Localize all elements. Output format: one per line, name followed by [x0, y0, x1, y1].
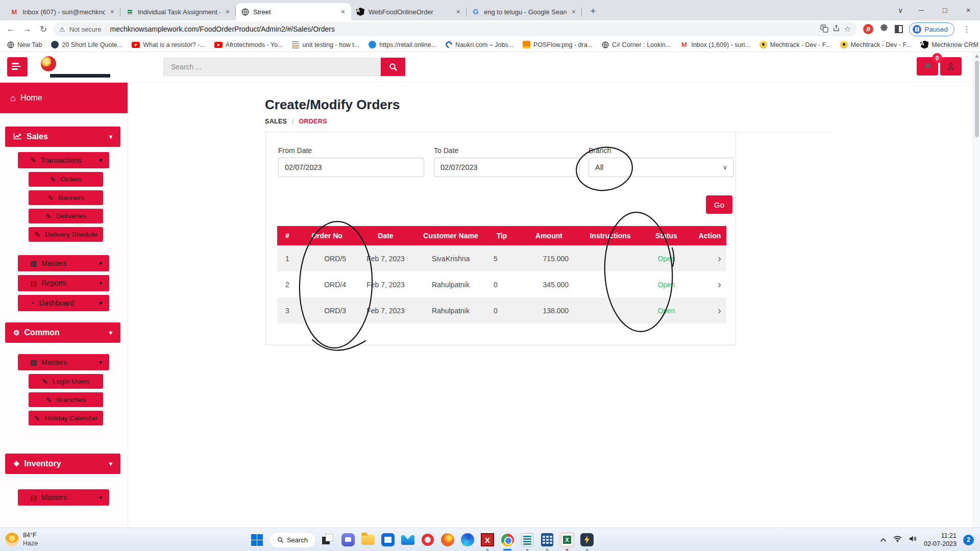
task-view-button[interactable] — [321, 532, 336, 547]
bookmark-inbox[interactable]: M Inbox (1,609) - suri... — [680, 41, 750, 49]
breadcrumb-sales[interactable]: SALES — [265, 118, 287, 125]
sidebar-item-branches[interactable]: ✎ Branches — [29, 392, 103, 407]
notification-center-badge[interactable]: 2 — [963, 535, 974, 545]
tab-search-icon[interactable]: ∨ — [891, 0, 910, 20]
microsoft-store-button[interactable] — [380, 532, 396, 547]
tray-chevron-up-icon[interactable] — [880, 535, 887, 544]
translate-icon[interactable] — [820, 24, 828, 34]
table-row[interactable]: 1 ORD/5 Feb 7, 2023 SivaKrishna 5 715.00… — [277, 245, 726, 271]
search-button[interactable] — [381, 58, 405, 76]
table-row[interactable]: 3 ORD/3 Feb 7, 2023 Rahulpatnik 0 138.00… — [277, 297, 726, 323]
sidebar-item-home[interactable]: ⌂ Home — [0, 83, 128, 113]
bookmark-naukri[interactable]: Naukri.com – Jobs... — [446, 41, 513, 48]
extensions-puzzle-icon[interactable] — [879, 23, 889, 35]
branch-select[interactable]: All ∨ — [589, 158, 734, 177]
row-expand-chevron-icon[interactable]: › — [693, 253, 726, 264]
address-bar[interactable]: ⚠ Not secure mechknowsamplework.com/Food… — [53, 22, 857, 36]
sidebar-item-orders[interactable]: ✎ Orders — [29, 172, 103, 187]
go-button[interactable]: Go — [706, 195, 732, 214]
sidebar-item-banners[interactable]: ✎ Banners — [29, 190, 103, 205]
opera-button[interactable] — [420, 532, 435, 547]
sidebar-item-masters-sales[interactable]: ▤ Masters ▾ — [18, 255, 109, 271]
new-tab-button[interactable]: + — [586, 4, 600, 18]
volume-icon[interactable] — [909, 535, 917, 544]
bookmark-unit-testing[interactable]: unit testing - how t... — [292, 41, 359, 48]
sidebar-item-holiday-calendar[interactable]: ✎ Holiday Calendar — [29, 411, 103, 425]
bookmark-resistor-video[interactable]: What is a resistor? -... — [132, 41, 205, 48]
not-secure-label[interactable]: Not secure — [69, 26, 102, 33]
tab-street-active[interactable]: Street × — [236, 3, 351, 20]
reload-button[interactable]: ↻ — [37, 22, 50, 36]
minimize-button[interactable]: ─ — [910, 0, 933, 20]
close-tab-icon[interactable]: × — [340, 8, 346, 16]
tab-sheets[interactable]: Individual Task Assignment - Goo × — [120, 3, 236, 20]
sidebar-item-masters-inventory[interactable]: ▤ Masters ▾ — [18, 489, 109, 506]
bookmark-mechtrack-1[interactable]: Mechtrack - Dev - F... — [760, 41, 831, 48]
sidebar-toggle-button[interactable] — [7, 57, 28, 77]
bookmark-retail-online[interactable]: https://retail.online... — [369, 41, 436, 48]
url-text[interactable]: mechknowsamplework.com/FoodOrderProduct/… — [110, 25, 816, 33]
bookmark-afrotechmods[interactable]: Afrotechmods - Yo... — [214, 41, 283, 48]
excel-button[interactable]: X — [559, 532, 575, 547]
close-button[interactable]: × — [957, 0, 980, 20]
taskbar-search[interactable]: Search — [269, 532, 316, 548]
sidebar-item-delivery-schedule[interactable]: ✎ Delivery Shedule — [29, 227, 103, 242]
forward-button[interactable]: → — [20, 22, 34, 36]
bookmark-new-tab[interactable]: New Tab — [7, 41, 42, 48]
reading-mode-icon[interactable] — [895, 25, 903, 33]
app-logo[interactable] — [41, 56, 56, 71]
row-expand-chevron-icon[interactable]: › — [693, 279, 726, 290]
scroll-up-arrow[interactable] — [975, 55, 979, 58]
bookmark-mechtrack-2[interactable]: Mechtrack - Dev - F... — [840, 41, 912, 48]
sync-paused-button[interactable]: Paused — [909, 22, 954, 36]
firefox-button[interactable] — [440, 532, 455, 547]
page-scrollbar[interactable] — [973, 52, 980, 528]
profile-button[interactable] — [940, 57, 962, 76]
notepad-button[interactable] — [520, 532, 535, 547]
sidebar-item-masters-common[interactable]: ▤ Masters ▾ — [18, 354, 109, 370]
bookmark-star-icon[interactable]: ☆ — [844, 24, 851, 34]
from-date-input[interactable] — [278, 158, 424, 177]
maximize-button[interactable]: □ — [933, 0, 957, 20]
tab-gmail[interactable]: M Inbox (607) - suri@mechknowso × — [5, 3, 120, 20]
sidebar-item-deliveries[interactable]: ✎ Deliveries — [29, 209, 103, 223]
file-explorer-button[interactable] — [360, 532, 376, 547]
sidebar-item-login-users[interactable]: ✎ Login Users — [29, 374, 103, 389]
close-tab-icon[interactable]: × — [225, 8, 231, 16]
database-tool-button[interactable] — [579, 532, 595, 547]
sidebar-item-transactions[interactable]: ✎ Transactions ▾ — [18, 152, 109, 168]
bookmark-quotes[interactable]: 20 Short Life Quote... — [51, 41, 122, 48]
sidebar-item-inventory[interactable]: ❖ Inventory ▾ — [5, 454, 120, 474]
row-expand-chevron-icon[interactable]: › — [693, 305, 726, 316]
chrome-button-active[interactable] — [500, 532, 515, 547]
teams-chat-button[interactable] — [340, 532, 356, 547]
table-row[interactable]: 2 ORD/4 Feb 7, 2023 Rahulpatnik 0 345.00… — [277, 271, 726, 297]
bookmark-mechknow-crm[interactable]: A Mechknow CRM — [920, 41, 978, 49]
edge-button[interactable] — [460, 532, 475, 547]
sidebar-item-dashboard[interactable]: ◔ Dashboard ▾ — [18, 295, 109, 311]
calculator-button[interactable] — [540, 532, 555, 547]
bookmark-csharp-corner[interactable]: C# Corner : Lookin... — [602, 41, 671, 48]
mail-button[interactable] — [400, 532, 415, 547]
close-tab-icon[interactable]: × — [109, 8, 115, 16]
close-tab-icon[interactable]: × — [455, 8, 461, 16]
share-icon[interactable] — [832, 24, 840, 34]
bookmark-posflow[interactable]: POSFlow.png - dra... — [523, 41, 593, 48]
wifi-icon[interactable] — [893, 535, 902, 544]
search-input[interactable] — [163, 58, 381, 76]
to-date-input[interactable] — [434, 158, 580, 177]
tab-webfoodonlineorder[interactable]: A WebFoodOnlineOrder × — [351, 3, 467, 20]
scrollbar-thumb[interactable] — [975, 61, 979, 137]
sidebar-item-sales[interactable]: Sales ▾ — [5, 127, 120, 147]
sidebar-item-reports[interactable]: ▤ Reports ▾ — [18, 275, 109, 291]
chrome-menu-icon[interactable]: ⋮ — [961, 24, 973, 34]
start-button[interactable] — [249, 532, 264, 547]
xampp-button[interactable]: X — [480, 532, 495, 547]
close-tab-icon[interactable]: × — [571, 8, 577, 16]
back-button[interactable]: ← — [4, 22, 17, 36]
weather-widget[interactable]: 84°F Haze — [5, 531, 38, 548]
adblock-extension-icon[interactable]: B — [863, 24, 873, 34]
sidebar-item-common[interactable]: ⚙ Common ▾ — [5, 322, 120, 343]
tab-google-search[interactable]: G eng to telugu - Google Search × — [467, 3, 582, 20]
taskbar-clock[interactable]: 11:21 02-07-2023 — [924, 532, 957, 548]
